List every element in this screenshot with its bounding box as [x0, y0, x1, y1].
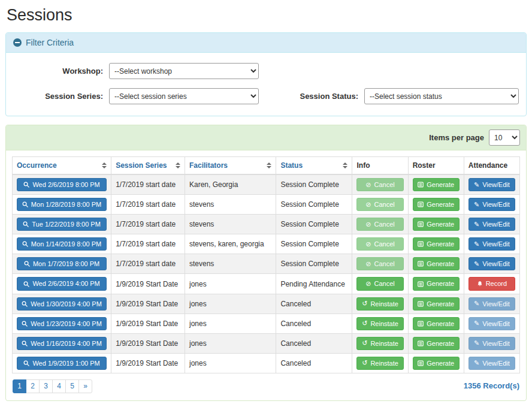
view-edit-button[interactable]: ✎ View/Edit: [468, 198, 515, 211]
view-edit-button: ✎ View/Edit: [468, 337, 515, 350]
info-cell: ⊘ Cancel: [352, 274, 408, 294]
filter-panel-header[interactable]: Filter Criteria: [6, 33, 526, 53]
pencil-icon: ✎: [474, 241, 479, 248]
occurrence-button[interactable]: Wed 1/30/2019 4:00 PM: [17, 297, 107, 311]
session-series-select[interactable]: --Select session series: [109, 88, 259, 104]
workshop-select[interactable]: --Select workshop: [109, 63, 259, 79]
occurrence-button[interactable]: Wed 2/6/2019 4:00 PM: [17, 277, 107, 290]
page-button-1[interactable]: 1: [13, 379, 26, 393]
status-cell: Session Complete: [276, 234, 352, 254]
undo-icon: ↺: [362, 340, 367, 346]
generate-roster-button[interactable]: Generate: [413, 337, 460, 350]
info-cell: ⊘ Cancel: [352, 174, 408, 195]
bell-icon: [477, 281, 483, 287]
roster-cell: Generate: [408, 195, 464, 215]
reinstate-button[interactable]: ↺ Reinstate: [356, 337, 403, 350]
search-icon: [22, 340, 28, 346]
occurrence-button[interactable]: Mon 1/14/2019 8:00 PM: [17, 237, 107, 251]
sessions-table: Occurrence Session Series Facilitators S…: [12, 156, 520, 373]
session-series-cell: 1/9/2019 Start Date: [111, 274, 185, 294]
facilitators-cell: jones: [185, 353, 276, 373]
reinstate-label: Reinstate: [370, 300, 398, 308]
generate-roster-button[interactable]: Generate: [413, 218, 460, 231]
main-container: Sessions Filter Criteria Workshop: --Sel…: [0, 0, 532, 401]
cancel-label: Cancel: [374, 221, 395, 228]
generate-label: Generate: [427, 181, 454, 188]
search-icon: [23, 360, 29, 366]
generate-roster-button[interactable]: Generate: [413, 297, 460, 311]
search-icon: [22, 201, 28, 207]
column-header-attendance: Attendance: [464, 157, 519, 175]
facilitators-cell: stevens: [185, 195, 276, 215]
table-row: Wed 1/9/2019 1:00 PM 1/9/2019 Start Date…: [13, 353, 520, 373]
roster-icon: [418, 261, 424, 267]
generate-roster-button[interactable]: Generate: [413, 317, 460, 330]
cancel-button: ⊘ Cancel: [356, 218, 403, 231]
reinstate-button[interactable]: ↺ Reinstate: [356, 297, 403, 311]
occurrence-button[interactable]: Wed 1/9/2019 1:00 PM: [17, 357, 107, 370]
page-button-2[interactable]: 2: [26, 379, 40, 393]
page-button-4[interactable]: 4: [52, 379, 66, 393]
view-edit-button[interactable]: ✎ View/Edit: [468, 257, 515, 270]
view-edit-button[interactable]: ✎ View/Edit: [468, 178, 515, 191]
collapse-icon[interactable]: [13, 38, 22, 47]
page-next-button[interactable]: »: [78, 379, 92, 393]
generate-roster-button[interactable]: Generate: [413, 178, 460, 191]
roster-icon: [418, 182, 424, 188]
facilitators-cell: Karen, Georgia: [185, 174, 276, 195]
ban-icon: ⊘: [365, 221, 371, 228]
search-icon: [22, 321, 28, 327]
cancel-button[interactable]: ⊘ Cancel: [356, 277, 403, 290]
pencil-icon: ✎: [474, 360, 479, 366]
table-row: Mon 1/14/2019 8:00 PM 1/7/2019 start dat…: [13, 234, 520, 254]
occurrence-button[interactable]: Wed 1/16/2019 4:00 PM: [17, 337, 107, 350]
occurrence-button[interactable]: Tue 1/22/2019 8:00 PM: [17, 218, 107, 231]
session-status-select[interactable]: --Select session status: [364, 88, 519, 104]
reinstate-label: Reinstate: [370, 360, 398, 367]
info-cell: ↺ Reinstate: [352, 314, 408, 333]
status-cell: Session Complete: [276, 215, 352, 234]
reinstate-button[interactable]: ↺ Reinstate: [356, 357, 403, 370]
generate-roster-button[interactable]: Generate: [413, 198, 460, 211]
view-edit-button[interactable]: ✎ View/Edit: [468, 218, 515, 231]
generate-roster-button[interactable]: Generate: [413, 277, 460, 290]
table-header-row: Occurrence Session Series Facilitators S…: [13, 157, 520, 175]
generate-roster-button[interactable]: Generate: [413, 237, 460, 251]
attendance-cell: ✎ View/Edit: [464, 353, 519, 373]
generate-roster-button[interactable]: Generate: [413, 257, 460, 270]
column-header-status[interactable]: Status: [276, 157, 352, 175]
page-button-3[interactable]: 3: [39, 379, 53, 393]
column-header-session-series[interactable]: Session Series: [111, 157, 185, 175]
ban-icon: ⊘: [365, 182, 371, 188]
pencil-icon: ✎: [474, 300, 479, 307]
items-per-page-select[interactable]: 10: [489, 129, 520, 146]
occurrence-label: Wed 1/23/2019 4:00 PM: [31, 320, 101, 327]
filter-panel-body: Workshop: --Select workshop Session Seri…: [6, 53, 526, 116]
column-header-occurrence[interactable]: Occurrence: [13, 157, 111, 175]
view-edit-button: ✎ View/Edit: [468, 317, 515, 330]
generate-roster-button[interactable]: Generate: [413, 357, 460, 370]
column-label: Facilitators: [189, 161, 228, 170]
generate-label: Generate: [427, 240, 454, 248]
cancel-label: Cancel: [374, 260, 395, 267]
facilitators-cell: jones: [185, 294, 276, 314]
view-edit-button[interactable]: ✎ View/Edit: [468, 237, 515, 251]
session-series-cell: 1/9/2019 Start Date: [111, 294, 185, 314]
occurrence-cell: Mon 1/28/2019 8:00 PM: [13, 195, 111, 215]
occurrence-button[interactable]: Wed 1/23/2019 4:00 PM: [17, 317, 107, 330]
record-attendance-button[interactable]: Record: [468, 277, 515, 290]
occurrence-button[interactable]: Mon 1/7/2019 8:00 PM: [17, 257, 107, 270]
status-cell: Session Complete: [276, 254, 352, 274]
record-count: 1356 Record(s): [464, 379, 519, 390]
column-header-facilitators[interactable]: Facilitators: [185, 157, 276, 175]
occurrence-button[interactable]: Mon 1/28/2019 8:00 PM: [17, 198, 107, 211]
view-edit-label: View/Edit: [482, 340, 510, 347]
table-row: Mon 1/7/2019 8:00 PM 1/7/2019 start date…: [13, 254, 520, 274]
info-cell: ⊘ Cancel: [352, 215, 408, 234]
reinstate-button[interactable]: ↺ Reinstate: [356, 317, 403, 330]
page-button-5[interactable]: 5: [65, 379, 79, 393]
ban-icon: ⊘: [365, 201, 371, 208]
occurrence-button[interactable]: Wed 2/6/2019 8:00 PM: [17, 178, 107, 191]
status-cell: Pending Attendance: [276, 274, 352, 294]
table-row: Wed 2/6/2019 8:00 PM 1/7/2019 start date…: [13, 174, 520, 195]
